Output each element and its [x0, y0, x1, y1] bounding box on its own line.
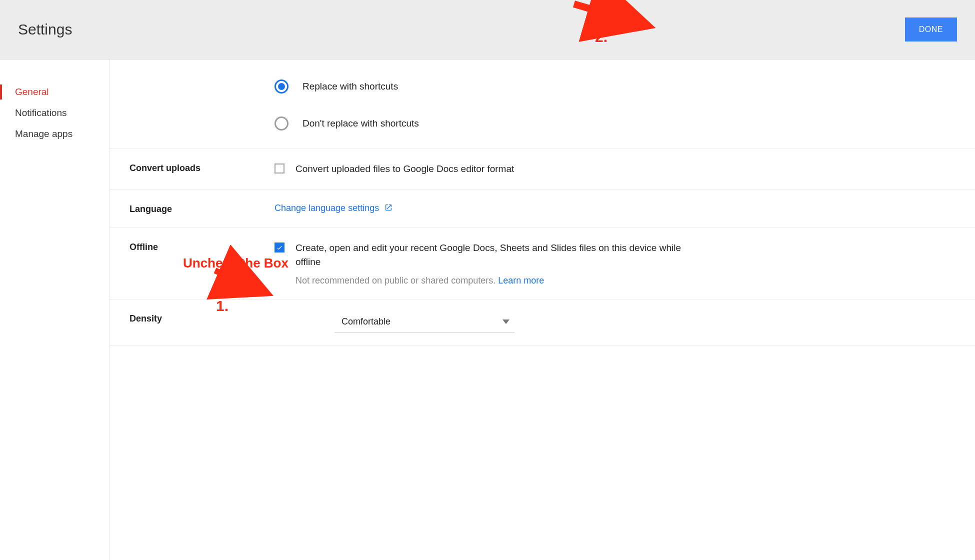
chevron-down-icon — [502, 320, 510, 324]
checkbox-offline[interactable] — [274, 242, 284, 252]
section-label: Offline — [130, 241, 274, 252]
radio-dont-replace-shortcuts[interactable]: Don't replace with shortcuts — [274, 116, 955, 130]
subtext: Not recommended on public or shared comp… — [296, 276, 498, 286]
settings-header: Settings DONE — [0, 0, 975, 60]
open-external-icon — [384, 204, 392, 212]
sidebar-item-manage-apps[interactable]: Manage apps — [0, 124, 109, 144]
sidebar-item-label: Notifications — [15, 108, 67, 118]
radio-icon — [274, 116, 288, 130]
density-select[interactable]: Comfortable — [334, 312, 514, 332]
density-value: Comfortable — [342, 316, 390, 327]
section-label: Density — [130, 312, 274, 324]
radio-label: Don't replace with shortcuts — [302, 118, 419, 129]
section-language: Language Change language settings — [110, 190, 975, 228]
sidebar-item-notifications[interactable]: Notifications — [0, 102, 109, 124]
done-button[interactable]: DONE — [905, 18, 957, 42]
settings-main: Replace with shortcuts Don't replace wit… — [110, 60, 975, 560]
section-offline: Offline Create, open and edit your recen… — [110, 228, 975, 300]
section-label-blank — [130, 80, 274, 80]
settings-body: General Notifications Manage apps Replac… — [0, 60, 975, 560]
section-density: Density Comfortable — [110, 300, 975, 346]
page-title: Settings — [18, 21, 72, 38]
offline-subtext: Not recommended on public or shared comp… — [296, 276, 706, 286]
check-icon — [276, 244, 283, 251]
settings-sidebar: General Notifications Manage apps — [0, 60, 110, 560]
checkbox-label: Convert uploaded files to Google Docs ed… — [296, 162, 514, 176]
link-text: Change language settings — [274, 203, 379, 213]
change-language-link[interactable]: Change language settings — [274, 203, 392, 213]
radio-replace-shortcuts[interactable]: Replace with shortcuts — [274, 80, 955, 94]
radio-icon — [274, 80, 288, 94]
sidebar-item-label: General — [15, 86, 49, 97]
section-label: Convert uploads — [130, 162, 274, 174]
checkbox-label: Create, open and edit your recent Google… — [296, 241, 706, 270]
learn-more-link[interactable]: Learn more — [498, 276, 544, 286]
sidebar-item-label: Manage apps — [15, 128, 72, 139]
section-label: Language — [130, 203, 274, 214]
section-convert-uploads: Convert uploads Convert uploaded files t… — [110, 149, 975, 190]
sidebar-item-general[interactable]: General — [0, 82, 109, 102]
section-shortcuts: Replace with shortcuts Don't replace wit… — [110, 78, 975, 149]
radio-label: Replace with shortcuts — [302, 81, 398, 92]
checkbox-convert-uploads[interactable] — [274, 164, 284, 174]
